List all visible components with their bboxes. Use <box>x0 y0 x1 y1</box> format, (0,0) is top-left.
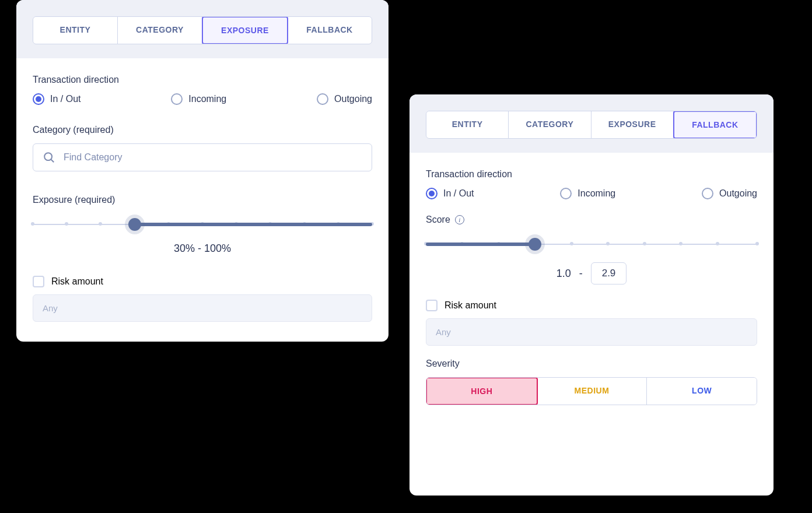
score-min: 1.0 <box>556 268 571 280</box>
risk-amount-row[interactable]: Risk amount <box>426 300 757 311</box>
slider-tick <box>65 222 68 226</box>
direction-label: Transaction direction <box>426 169 757 180</box>
risk-amount-label: Risk amount <box>51 276 103 287</box>
category-input[interactable] <box>64 152 362 163</box>
tabs: ENTITY CATEGORY EXPOSURE FALLBACK <box>33 16 372 44</box>
tab-fallback[interactable]: FALLBACK <box>288 17 372 44</box>
slider-fill <box>135 223 372 226</box>
slider-tick <box>99 222 102 226</box>
form-body: Transaction direction In / Out Incoming … <box>410 153 774 425</box>
score-label: Score i <box>426 215 757 225</box>
radio-outgoing[interactable]: Outgoing <box>702 188 757 199</box>
score-label-text: Score <box>426 215 450 225</box>
radio-incoming[interactable]: Incoming <box>171 93 226 105</box>
tabs-bar: ENTITY CATEGORY EXPOSURE FALLBACK <box>16 0 388 58</box>
radio-label: Outgoing <box>719 188 757 199</box>
slider-handle[interactable] <box>528 238 541 251</box>
radio-label: Outgoing <box>334 94 372 104</box>
slider-tick <box>570 242 573 245</box>
score-dash: - <box>579 268 583 280</box>
slider-tick <box>755 242 759 245</box>
tab-category[interactable]: CATEGORY <box>118 17 202 44</box>
slider-tick <box>643 242 646 245</box>
category-label: Category (required) <box>33 125 372 135</box>
svg-point-0 <box>44 153 52 160</box>
checkbox-icon[interactable] <box>426 300 438 311</box>
severity-label: Severity <box>426 359 757 369</box>
slider-fill <box>426 243 535 246</box>
radio-icon <box>426 188 438 199</box>
severity-toggle: HIGH MEDIUM LOW <box>426 377 757 405</box>
radio-label: In / Out <box>443 188 474 199</box>
tab-entity[interactable]: ENTITY <box>33 17 118 44</box>
tabs-bar: ENTITY CATEGORY EXPOSURE FALLBACK <box>410 94 774 153</box>
risk-amount-label: Risk amount <box>444 300 496 311</box>
radio-icon <box>317 93 328 105</box>
slider-tick <box>716 242 719 245</box>
severity-medium[interactable]: MEDIUM <box>537 378 648 405</box>
form-body: Transaction direction In / Out Incoming … <box>16 58 388 342</box>
severity-low[interactable]: LOW <box>647 378 757 405</box>
radio-outgoing[interactable]: Outgoing <box>317 93 372 105</box>
radio-label: In / Out <box>50 94 80 104</box>
radio-icon <box>560 188 572 199</box>
risk-amount-input: Any <box>33 294 372 322</box>
tab-fallback[interactable]: FALLBACK <box>673 111 757 139</box>
direction-radios: In / Out Incoming Outgoing <box>426 188 757 199</box>
fallback-panel: ENTITY CATEGORY EXPOSURE FALLBACK Transa… <box>410 94 774 496</box>
risk-amount-row[interactable]: Risk amount <box>33 276 372 287</box>
exposure-label: Exposure (required) <box>33 195 372 205</box>
tab-exposure[interactable]: EXPOSURE <box>592 111 674 138</box>
category-search[interactable] <box>33 143 372 171</box>
radio-in-out[interactable]: In / Out <box>33 93 80 105</box>
radio-icon <box>702 188 713 199</box>
search-icon <box>43 151 55 164</box>
checkbox-icon[interactable] <box>33 276 44 287</box>
slider-tick <box>679 242 682 245</box>
risk-amount-input: Any <box>426 318 757 346</box>
info-icon[interactable]: i <box>455 215 464 224</box>
score-values: 1.0 - 2.9 <box>426 262 757 284</box>
exposure-panel: ENTITY CATEGORY EXPOSURE FALLBACK Transa… <box>16 0 388 342</box>
slider-tick <box>606 242 610 245</box>
score-slider[interactable] <box>426 233 757 256</box>
exposure-values: 30% - 100% <box>33 243 372 255</box>
radio-label: Incoming <box>578 188 615 199</box>
radio-incoming[interactable]: Incoming <box>560 188 615 199</box>
tab-category[interactable]: CATEGORY <box>509 111 591 138</box>
radio-icon <box>171 93 183 105</box>
tabs: ENTITY CATEGORY EXPOSURE FALLBACK <box>426 111 757 139</box>
direction-radios: In / Out Incoming Outgoing <box>33 93 372 105</box>
svg-line-1 <box>51 160 54 163</box>
tab-exposure[interactable]: EXPOSURE <box>202 16 288 44</box>
radio-in-out[interactable]: In / Out <box>426 188 474 199</box>
score-max-input[interactable]: 2.9 <box>591 262 627 284</box>
slider-handle[interactable] <box>128 218 141 231</box>
radio-icon <box>33 93 44 105</box>
severity-high[interactable]: HIGH <box>426 377 538 405</box>
exposure-slider[interactable] <box>33 213 372 237</box>
slider-tick <box>31 222 34 226</box>
tab-entity[interactable]: ENTITY <box>426 111 509 138</box>
direction-label: Transaction direction <box>33 75 372 85</box>
radio-label: Incoming <box>188 94 226 104</box>
